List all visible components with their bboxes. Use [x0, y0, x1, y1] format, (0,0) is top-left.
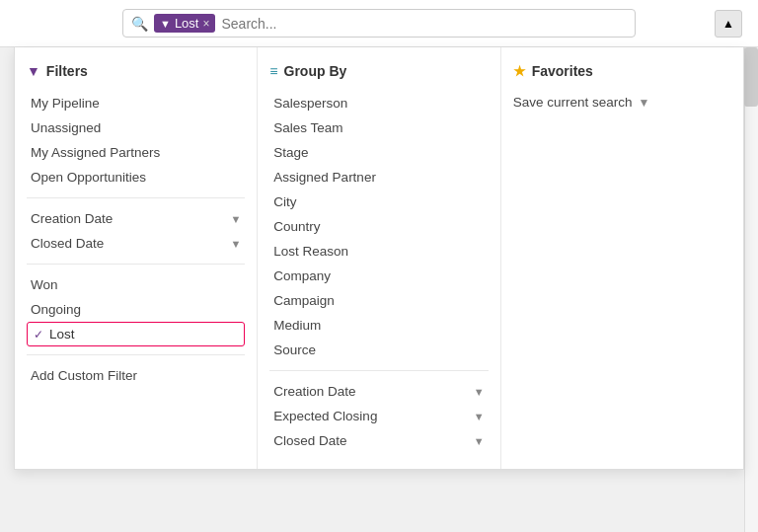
divider-1: [27, 197, 245, 198]
group-stage[interactable]: Stage: [269, 140, 488, 165]
filter-tag-icon: ▼: [160, 18, 171, 30]
add-custom-filter[interactable]: Add Custom Filter: [27, 363, 245, 388]
group-by-section: ≡ Group By Salesperson Sales Team Stage …: [258, 47, 500, 469]
dropdown-panel: ▼ Filters My Pipeline Unassigned My Assi…: [14, 47, 744, 470]
group-expected-closing-arrow-icon: ▼: [474, 411, 485, 422]
search-bar-container: 🔍 ▼ Lost × ▲: [0, 0, 758, 47]
filter-won[interactable]: Won: [27, 272, 245, 297]
filters-title-label: Filters: [46, 63, 88, 79]
save-current-search[interactable]: Save current search ▼: [513, 91, 731, 114]
group-by-title-label: Group By: [284, 63, 347, 79]
group-salesperson[interactable]: Salesperson: [269, 91, 488, 115]
filter-my-pipeline[interactable]: My Pipeline: [27, 91, 245, 115]
closed-date-arrow-icon: ▼: [230, 238, 241, 250]
filter-unassigned[interactable]: Unassigned: [27, 115, 245, 140]
group-expected-closing[interactable]: Expected Closing ▼: [269, 404, 488, 428]
group-company[interactable]: Company: [269, 264, 488, 288]
group-country[interactable]: Country: [269, 214, 488, 239]
filter-tag-label: Lost: [175, 16, 199, 31]
check-icon: ✓: [34, 328, 43, 342]
scrollbar-track[interactable]: [744, 47, 758, 532]
group-creation-date[interactable]: Creation Date ▼: [269, 379, 488, 404]
filters-static-list: My Pipeline Unassigned My Assigned Partn…: [27, 91, 245, 190]
favorites-section: ★ Favorites Save current search ▼: [501, 47, 743, 469]
search-icon: 🔍: [131, 16, 148, 32]
filters-title: ▼ Filters: [27, 63, 245, 79]
filters-section: ▼ Filters My Pipeline Unassigned My Assi…: [15, 47, 258, 469]
group-assigned-partner[interactable]: Assigned Partner: [269, 165, 488, 190]
group-source[interactable]: Source: [269, 338, 488, 362]
chevron-up-icon: ▲: [722, 17, 734, 31]
search-input[interactable]: [221, 16, 627, 32]
filter-lost[interactable]: ✓ Lost: [27, 322, 245, 346]
filter-tag[interactable]: ▼ Lost ×: [154, 14, 215, 33]
divider-3: [27, 354, 245, 355]
save-current-search-arrow-icon: ▼: [638, 96, 649, 110]
save-current-search-label: Save current search: [513, 95, 633, 110]
divider-2: [27, 264, 245, 265]
group-by-icon: ≡: [269, 63, 277, 79]
group-lost-reason[interactable]: Lost Reason: [269, 239, 488, 264]
scrollbar-thumb[interactable]: [744, 47, 758, 107]
group-divider: [269, 370, 488, 371]
filter-creation-date[interactable]: Creation Date ▼: [27, 206, 245, 231]
filter-closed-date[interactable]: Closed Date ▼: [27, 231, 245, 256]
filter-ongoing[interactable]: Ongoing: [27, 297, 245, 322]
group-sales-team[interactable]: Sales Team: [269, 115, 488, 140]
filter-tag-close-icon[interactable]: ×: [202, 17, 209, 31]
search-toggle-button[interactable]: ▲: [715, 10, 742, 38]
filter-open-opportunities[interactable]: Open Opportunities: [27, 165, 245, 190]
search-bar: 🔍 ▼ Lost ×: [122, 9, 636, 38]
group-medium[interactable]: Medium: [269, 313, 488, 338]
group-campaign[interactable]: Campaign: [269, 288, 488, 313]
star-icon: ★: [513, 63, 526, 79]
creation-date-arrow-icon: ▼: [230, 213, 241, 225]
group-closed-date-arrow-icon: ▼: [474, 435, 485, 447]
group-city[interactable]: City: [269, 190, 488, 214]
favorites-title-label: Favorites: [532, 63, 593, 79]
favorites-title: ★ Favorites: [513, 63, 731, 79]
filter-icon: ▼: [27, 63, 40, 79]
group-creation-date-arrow-icon: ▼: [474, 386, 485, 398]
group-by-title: ≡ Group By: [269, 63, 488, 79]
filter-my-assigned-partners[interactable]: My Assigned Partners: [27, 140, 245, 165]
group-closed-date[interactable]: Closed Date ▼: [269, 428, 488, 453]
